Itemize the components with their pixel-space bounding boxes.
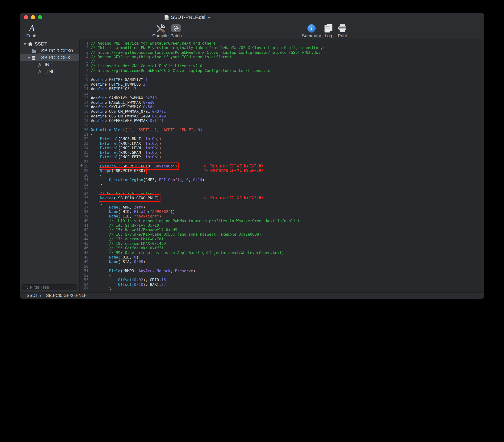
- line-number: 40: [79, 219, 89, 223]
- fonts-button[interactable]: A Fonts: [22, 23, 41, 38]
- filter-field[interactable]: [22, 284, 77, 290]
- code-line-25[interactable]: 25 External(RMCF.GRAN, IntObj): [79, 150, 484, 155]
- line-number: 32: [79, 182, 89, 187]
- code-line-51[interactable]: 51 Field(^RMP3, AnyAcc, NoLock, Preserve…: [79, 269, 484, 273]
- code-line-36[interactable]: 36 {: [79, 200, 484, 205]
- code-token: (_CID,: [118, 214, 134, 218]
- sidebar-tree[interactable]: SSDT_SB.PCI0.GFX0_SB.PCI0.GFX...INI1_INI: [20, 39, 79, 283]
- code-line-21[interactable]: 21{: [79, 132, 484, 137]
- code-line-20[interactable]: 20DefinitionBlock("", "SSDT", 2, "ACDT",…: [79, 128, 484, 132]
- log-button[interactable]: Log: [321, 23, 336, 38]
- code-line-27[interactable]: 27: [79, 159, 484, 164]
- folder-icon: [31, 49, 38, 53]
- sidebar-item-ssdt[interactable]: SSDT: [20, 41, 79, 47]
- print-button[interactable]: Print: [335, 23, 350, 38]
- code-line-50[interactable]: 50: [79, 264, 484, 269]
- minimize-button[interactable]: [31, 15, 35, 19]
- code-line-37[interactable]: 37 Name(_ADR, Zero): [79, 205, 484, 210]
- summary-button[interactable]: i Summary: [300, 23, 323, 38]
- code-token: (_STA,: [118, 259, 134, 264]
- code-text: DefinitionBlock("", "SSDT", 2, "ACDT", "…: [89, 128, 202, 132]
- sidebar-item-ini[interactable]: _INI: [20, 68, 79, 75]
- code-line-32[interactable]: 32 }: [79, 182, 484, 187]
- code-line-12[interactable]: 12: [79, 91, 484, 95]
- code-line-22[interactable]: 22 External(RMCF.BKLT, IntObj): [79, 137, 484, 141]
- zoom-button[interactable]: [38, 15, 42, 19]
- code-line-23[interactable]: 23 External(RMCF.LMAX, IntObj): [79, 141, 484, 146]
- code-token: "": [127, 128, 132, 132]
- chevron-down-icon[interactable]: [207, 17, 211, 19]
- code-line-46[interactable]: 46 // 19: CoffeeLake 0xffff: [79, 246, 484, 250]
- code-line-29[interactable]: 29 Scope(_SB.PCI0.GFX0)<- Rename GFX0 to…: [79, 168, 484, 173]
- code-editor[interactable]: 1// Adding PNLF device for WhateverGreen…: [79, 39, 484, 292]
- code-text: [89, 91, 91, 95]
- code-line-18[interactable]: 18#define COFFEELAKE_PWMMAX 0xffff: [79, 118, 484, 123]
- code-line-31[interactable]: 31 OperationRegion(RMP3, PCI_Config, 0, …: [79, 177, 484, 182]
- gutter-marker: [80, 164, 83, 166]
- code-line-19[interactable]: 19: [79, 123, 484, 127]
- sidebar-item-sb-pci0-gfx0[interactable]: _SB.PCI0.GFX0: [20, 47, 79, 54]
- sidebar-item-ini1[interactable]: INI1: [20, 61, 79, 68]
- code-line-44[interactable]: 44 // 17: custom LMAX=0x7a1: [79, 237, 484, 241]
- code-line-2[interactable]: 2// This is a modified PNLF version orig…: [79, 46, 484, 50]
- code-line-6[interactable]: 6// Licensed under GNU General Public Li…: [79, 64, 484, 68]
- filter-input[interactable]: [30, 285, 85, 290]
- code-line-56[interactable]: 56: [79, 291, 484, 292]
- code-token: [91, 269, 109, 273]
- code-line-49[interactable]: 49 Name(_STA, 0x0B): [79, 259, 484, 264]
- code-line-5[interactable]: 5//: [79, 59, 484, 64]
- code-line-14[interactable]: 14#define HASWELL_PWMMAX 0xad9: [79, 100, 484, 105]
- code-line-54[interactable]: 54 Offset(0x10), BAR1,32,: [79, 282, 484, 287]
- code-line-7[interactable]: 7// https://github.com/RehabMan/OS-X-Clo…: [79, 68, 484, 73]
- code-line-34[interactable]: 34 // For backlight control: [79, 191, 484, 196]
- code-token: IntObj: [145, 150, 159, 155]
- code-line-35[interactable]: 35 Device(_SB.PCI0.GFX0.PNLF)<- Rename G…: [79, 196, 484, 200]
- code-line-53[interactable]: 53 Offset(0x02), GDID,16,: [79, 278, 484, 282]
- content-area: SSDT_SB.PCI0.GFX0_SB.PCI0.GFX...INI1_INI…: [20, 39, 484, 292]
- code-line-26[interactable]: 26 External(RMCF.FBTP, IntObj): [79, 155, 484, 159]
- code-line-9[interactable]: 9#define FBTYPE_SANDYIVY 1: [79, 77, 484, 82]
- code-line-33[interactable]: 33: [79, 187, 484, 191]
- line-number: 39: [79, 214, 89, 218]
- titlebar[interactable]: SSDT-PNLF.dsl: [20, 13, 484, 21]
- code-line-43[interactable]: 43 // 16: Skylake/KabyLake 0x56c (and so…: [79, 232, 484, 237]
- disclosure-triangle-icon[interactable]: [26, 57, 31, 59]
- patch-button[interactable]: Patch: [167, 23, 185, 38]
- code-line-52[interactable]: 52 {: [79, 273, 484, 278]
- code-line-8[interactable]: 8: [79, 73, 484, 77]
- code-line-11[interactable]: 11#define FBTYPE_CFL 3: [79, 87, 484, 91]
- code-line-4[interactable]: 4// Rename GFX0 to anything else if your…: [79, 55, 484, 59]
- line-number: 36: [79, 200, 89, 205]
- fonts-label: Fonts: [26, 34, 37, 38]
- code-line-15[interactable]: 15#define SKYLAKE_PWMMAX 0x56c: [79, 105, 484, 109]
- code-token: ,: [157, 128, 161, 132]
- code-token: External: [100, 164, 118, 168]
- code-line-55[interactable]: 55 }: [79, 287, 484, 291]
- breadcrumb-segment: SSDT: [27, 293, 38, 298]
- window-title-group[interactable]: SSDT-PNLF.dsl: [164, 13, 211, 21]
- code-line-45[interactable]: 45 // 18: custom LMAX=0x1499: [79, 241, 484, 246]
- code-line-24[interactable]: 24 External(RMCF.LEVW, IntObj): [79, 146, 484, 150]
- code-line-48[interactable]: 48 Name(_UID, 0): [79, 255, 484, 259]
- code-line-17[interactable]: 17#define CUSTOM_PWMMAX_1499 0x1499: [79, 114, 484, 118]
- code-line-41[interactable]: 41 // 14: Sandy/Ivy 0x710: [79, 223, 484, 228]
- code-line-40[interactable]: 40 // _UID is set depending on PWMMax to…: [79, 219, 484, 223]
- code-line-30[interactable]: 30 {: [79, 173, 484, 177]
- code-line-28[interactable]: 28 External(_SB.PCI0.GFX0, DeviceObj)<- …: [79, 164, 484, 168]
- code-line-13[interactable]: 13#define SANDYIVY_PWMMAX 0x710: [79, 96, 484, 100]
- code-token: Name: [109, 214, 118, 218]
- code-line-39[interactable]: 39 Name(_CID, "backlight"): [79, 214, 484, 218]
- document-proxy-icon[interactable]: [164, 15, 169, 20]
- code-line-10[interactable]: 10#define FBTYPE_HSWPLUS 2: [79, 82, 484, 87]
- sidebar-item-sb-pci0-gfx[interactable]: _SB.PCI0.GFX...: [20, 54, 79, 61]
- code-text: Name(_STA, 0x0B): [89, 259, 145, 264]
- disclosure-triangle-icon[interactable]: [22, 43, 28, 45]
- code-line-16[interactable]: 16#define CUSTOM_PWMMAX_07a1 0x07a1: [79, 109, 484, 114]
- code-line-38[interactable]: 38 Name(_HID, EisaId("APP0002")): [79, 210, 484, 214]
- code-line-3[interactable]: 3// https://raw.githubusercontent.com/Re…: [79, 50, 484, 55]
- code-line-1[interactable]: 1// Adding PNLF device for WhateverGreen…: [79, 41, 484, 46]
- close-button[interactable]: [24, 15, 28, 19]
- code-lines[interactable]: 1// Adding PNLF device for WhateverGreen…: [79, 39, 484, 292]
- code-line-47[interactable]: 47 // 99: Other (requires custom AppleBa…: [79, 250, 484, 255]
- code-line-42[interactable]: 42 // 15: Haswell/Broadwell 0xad9: [79, 228, 484, 232]
